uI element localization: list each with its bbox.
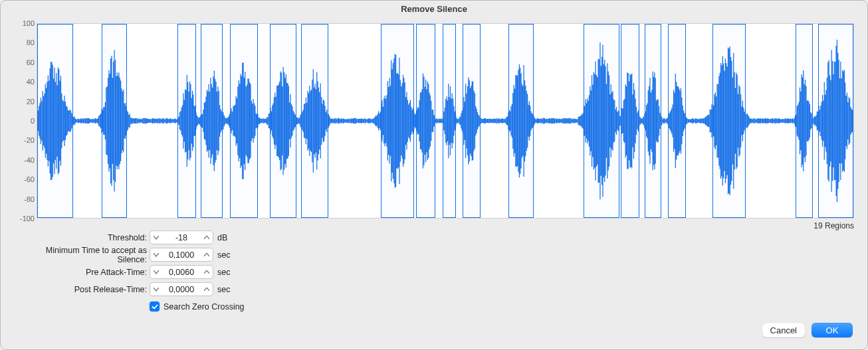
detected-region [712,24,746,218]
threshold-label: Threshold: [14,233,150,242]
detected-region [230,24,258,218]
threshold-unit: dB [217,233,227,242]
detected-region [301,24,329,218]
min-silence-stepper[interactable]: 0,1000 [150,248,213,262]
region-overlay [37,24,853,218]
detected-region [416,24,435,218]
detected-region [668,24,686,218]
detected-region [201,24,223,218]
post-release-label: Post Release-Time: [14,285,150,294]
y-tick-label: 80 [15,39,35,46]
threshold-value[interactable]: -18 [162,233,201,242]
detected-region [463,24,481,218]
y-tick-label: -60 [15,175,35,183]
detected-region [177,24,196,218]
pre-attack-unit: sec [217,268,230,277]
chevron-up-icon[interactable] [201,253,213,257]
post-release-stepper[interactable]: 0,0000 [150,282,213,296]
chevron-down-icon[interactable] [150,270,162,274]
detected-region [621,24,639,218]
dialog-title: Remove Silence [1,1,867,18]
pre-attack-value[interactable]: 0,0060 [162,268,201,277]
waveform-area: 100806040200-20-40-60-80-100 [14,23,854,219]
waveform-plot [37,23,854,219]
dialog-button-row: Cancel OK [762,323,853,337]
y-tick-label: 0 [15,117,35,125]
detected-region [818,24,853,218]
y-tick-label: -20 [15,136,35,144]
remove-silence-dialog: Remove Silence 100806040200-20-40-60-80-… [0,0,868,350]
min-silence-label: Minimum Time to accept as Silence: [14,246,150,264]
chevron-down-icon[interactable] [150,253,162,257]
y-axis: 100806040200-20-40-60-80-100 [14,23,37,219]
detected-region [645,24,662,218]
detected-region [796,24,813,218]
zero-crossing-label: Search Zero Crossing [163,302,245,311]
min-silence-value[interactable]: 0,1000 [162,250,201,260]
detected-region [381,24,414,218]
parameter-panel: Threshold: -18 dB Minimum Time to accept… [14,230,245,313]
zero-crossing-checkbox[interactable] [150,302,160,311]
y-tick-label: -80 [15,195,35,203]
chevron-down-icon[interactable] [150,236,162,240]
y-tick-label: -40 [15,156,35,164]
ok-button[interactable]: OK [812,323,853,337]
detected-region [508,24,534,218]
detected-region [270,24,297,218]
regions-count-label: 19 Regions [814,221,854,230]
min-silence-unit: sec [217,250,230,260]
y-tick-label: 20 [15,98,35,106]
y-tick-label: -100 [15,215,35,222]
detected-region [37,24,73,218]
chevron-up-icon[interactable] [201,270,213,274]
threshold-stepper[interactable]: -18 [150,230,213,244]
y-tick-label: 100 [15,19,35,27]
chevron-up-icon[interactable] [201,288,213,292]
detected-region [102,24,127,218]
chevron-down-icon[interactable] [150,288,162,292]
pre-attack-label: Pre Attack-Time: [14,268,150,277]
detected-region [443,24,456,218]
post-release-unit: sec [217,285,230,294]
post-release-value[interactable]: 0,0000 [162,285,201,294]
pre-attack-stepper[interactable]: 0,0060 [150,265,213,279]
chevron-up-icon[interactable] [201,236,213,240]
y-tick-label: 40 [15,78,35,86]
detected-region [584,24,619,218]
y-tick-label: 60 [15,58,35,66]
cancel-button[interactable]: Cancel [762,323,805,337]
